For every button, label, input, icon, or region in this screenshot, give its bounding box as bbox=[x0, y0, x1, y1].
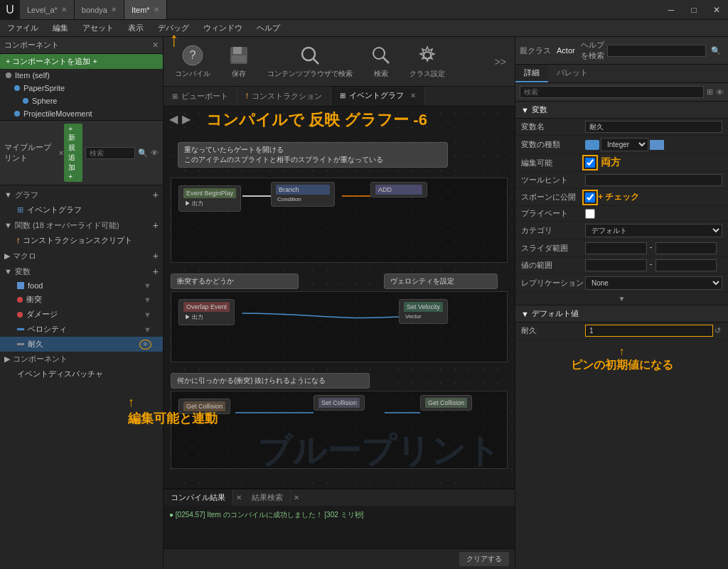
component-item-projectile[interactable]: ProjectileMovement bbox=[0, 107, 163, 120]
menu-file[interactable]: ファイル bbox=[0, 20, 46, 36]
add-macro-button[interactable]: + bbox=[153, 250, 159, 261]
tab-item[interactable]: Item* ✕ bbox=[124, 0, 167, 19]
graph-node-3[interactable]: ADD bbox=[370, 182, 427, 197]
tab-palette[interactable]: パレット bbox=[548, 65, 596, 82]
compile-icon: ? bbox=[181, 44, 204, 67]
compile-button[interactable]: ? コンパイル ↑ bbox=[169, 41, 216, 82]
add-graph-button[interactable]: + bbox=[153, 189, 159, 200]
menu-debug[interactable]: デバッグ bbox=[151, 20, 196, 36]
graph-node-8[interactable]: Get Collision bbox=[420, 395, 472, 411]
add-variable-button[interactable]: + bbox=[153, 266, 159, 277]
type-array-icon[interactable] bbox=[650, 140, 664, 150]
graph-node-4[interactable]: Overlap Event ▶ 出力 bbox=[178, 299, 235, 325]
collapse-row[interactable]: ▼ bbox=[515, 293, 728, 305]
menu-help[interactable]: ヘルプ bbox=[250, 20, 287, 36]
category-select[interactable]: デフォルト bbox=[585, 224, 722, 237]
tree-item-collision[interactable]: 衝突 ▼ bbox=[0, 292, 163, 307]
close-button[interactable]: ✕ bbox=[705, 0, 728, 20]
tab-construction[interactable]: f コンストラクション bbox=[237, 87, 331, 106]
result-search-tab[interactable]: 結果検索 bbox=[245, 489, 291, 506]
blueprint-search-input[interactable] bbox=[85, 147, 135, 159]
add-function-button[interactable]: + bbox=[153, 220, 159, 231]
graph-node-6[interactable]: Get Collision bbox=[178, 399, 230, 414]
tree-item-food[interactable]: food ▼ bbox=[0, 279, 163, 292]
graph-node-1[interactable]: Event BeginPlay ▶ 出力 bbox=[178, 185, 241, 212]
close-level-icon[interactable]: ✕ bbox=[61, 6, 67, 13]
minimize-button[interactable]: ─ bbox=[660, 0, 682, 20]
macros-section-header[interactable]: ▶マクロ + bbox=[0, 248, 163, 264]
components-section-header[interactable]: ▶コンポーネント bbox=[0, 352, 163, 367]
content-browser-button[interactable]: コンテンツブラウザで検索 bbox=[262, 41, 358, 82]
replication-select[interactable]: None Replicated bbox=[585, 276, 722, 290]
variables-section-header[interactable]: ▼変数 + bbox=[0, 264, 163, 279]
close-item-icon[interactable]: ✕ bbox=[154, 6, 159, 13]
eye-icon[interactable]: 👁 bbox=[151, 148, 159, 157]
tree-item-durability[interactable]: 耐久 👁 bbox=[0, 337, 163, 352]
graph-node-5[interactable]: Set Velocity Vector bbox=[399, 299, 448, 324]
graph-node-7[interactable]: Set Collision bbox=[314, 395, 365, 411]
details-eye-icon[interactable]: 👁 bbox=[716, 88, 724, 97]
slider-max-input[interactable] bbox=[655, 242, 717, 254]
editable-row: 編集可能 両方 bbox=[515, 154, 728, 172]
value-min-input[interactable] bbox=[585, 259, 647, 271]
help-search-icon[interactable]: 🔍 bbox=[708, 45, 724, 57]
nav-forward-icon[interactable]: ▶ bbox=[182, 112, 191, 126]
nodes-area-2: Overlap Event ▶ 出力 Set Velocity Vector bbox=[171, 291, 508, 362]
tab-level[interactable]: Level_a* ✕ bbox=[20, 0, 75, 19]
graph-node-2[interactable]: Branch Condition bbox=[271, 182, 335, 207]
maximize-button[interactable]: □ bbox=[682, 0, 705, 20]
svg-rect-3 bbox=[233, 47, 242, 54]
save-button[interactable]: 保存 bbox=[222, 41, 256, 82]
toolbar-chevron-icon[interactable]: >> bbox=[492, 53, 509, 70]
close-bondya-icon[interactable]: ✕ bbox=[111, 6, 117, 13]
tree-item-event-dispatcher[interactable]: イベントディスパッチャ bbox=[0, 367, 163, 381]
content-browser-label: コンテンツブラウザで検索 bbox=[267, 69, 353, 79]
tab-viewport[interactable]: ⊞ ビューポート bbox=[164, 87, 237, 106]
category-row: カテゴリ デフォルト bbox=[515, 222, 728, 240]
variable-type-select[interactable]: Integer Float Boolean String bbox=[601, 138, 648, 151]
new-variable-button[interactable]: + 新規追加 + bbox=[64, 124, 82, 182]
private-checkbox[interactable] bbox=[585, 209, 595, 219]
compile-results-tab[interactable]: コンパイル結果 bbox=[164, 489, 233, 506]
clear-button[interactable]: クリアする bbox=[459, 552, 509, 566]
details-grid-icon[interactable]: ⊞ bbox=[707, 87, 713, 97]
class-settings-button[interactable]: クラス設定 bbox=[404, 41, 451, 82]
durability-eye-icon[interactable]: 👁 bbox=[139, 340, 151, 349]
default-durability-input[interactable] bbox=[585, 325, 713, 337]
menu-edit[interactable]: 編集 bbox=[46, 20, 75, 36]
slider-min-input[interactable] bbox=[585, 242, 647, 254]
component-item-sphere[interactable]: Sphere bbox=[0, 94, 163, 107]
graph-section-header[interactable]: ▼グラフ + bbox=[0, 187, 163, 202]
tab-details[interactable]: 詳細 bbox=[515, 65, 548, 82]
details-search-input[interactable] bbox=[520, 86, 704, 98]
value-max-input[interactable] bbox=[655, 259, 717, 271]
add-component-button[interactable]: + コンポーネントを追加 + bbox=[0, 54, 163, 69]
papersprite-dot-icon bbox=[14, 85, 20, 91]
menu-assets[interactable]: アセット bbox=[75, 20, 121, 36]
graph-area[interactable]: ◀ ▶ コンパイルで 反映 グラフー -6 重なっていたらゲートを開けるこのアイ… bbox=[164, 107, 515, 488]
replication-row: レプリケーション None Replicated bbox=[515, 274, 728, 293]
components-close-icon: ✕ bbox=[152, 40, 159, 50]
tooltip-input[interactable] bbox=[585, 174, 722, 186]
menu-window[interactable]: ウィンドウ bbox=[196, 20, 250, 36]
tree-item-event-graph[interactable]: ⊞ イベントグラフ bbox=[0, 202, 163, 217]
functions-section-header[interactable]: ▼関数 (18 オーバーライド可能) + bbox=[0, 217, 163, 233]
editable-checkbox[interactable] bbox=[585, 158, 595, 168]
variable-name-input[interactable] bbox=[585, 121, 722, 133]
default-reset-icon[interactable]: ↺ bbox=[713, 325, 722, 337]
tree-item-damage[interactable]: ダメージ ▼ bbox=[0, 307, 163, 322]
tree-item-velocity[interactable]: ベロシティ ▼ bbox=[0, 322, 163, 337]
spawn-public-checkbox[interactable] bbox=[585, 193, 595, 202]
component-item-papersprite[interactable]: PaperSprite bbox=[0, 82, 163, 94]
compile-message: ● [0254.57] Item のコンパイルに成功しました！ [302 ミリ秒… bbox=[169, 511, 363, 519]
nav-back-icon[interactable]: ◀ bbox=[169, 112, 178, 126]
tab-bondya[interactable]: bondya ✕ bbox=[75, 0, 124, 19]
menu-view[interactable]: 表示 bbox=[121, 20, 151, 36]
tab-event-graph[interactable]: ⊞ イベントグラフ ✕ bbox=[331, 87, 425, 106]
help-search-input[interactable] bbox=[607, 45, 706, 57]
right-panel: 親クラス Actor ヘルプを検索 🔍 詳細 パレット ⊞ 👁 ▼ 変数 変数名 bbox=[515, 37, 728, 569]
svg-text:?: ? bbox=[190, 49, 196, 61]
component-item-self[interactable]: Item (self) bbox=[0, 69, 163, 82]
tree-item-construction[interactable]: f コンストラクションスクリプト bbox=[0, 233, 163, 248]
search-button[interactable]: 検索 bbox=[364, 41, 398, 82]
